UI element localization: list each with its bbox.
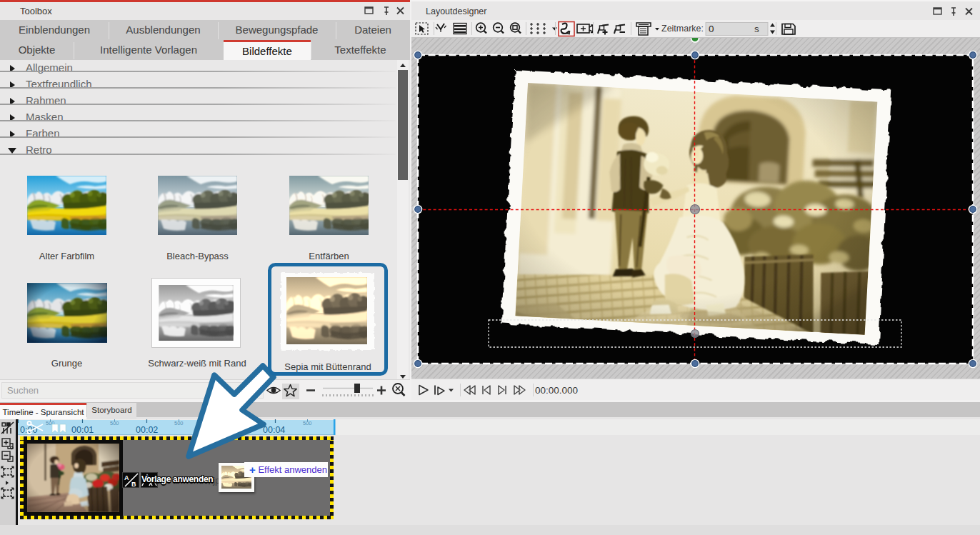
svg-text:A: A [124, 474, 129, 481]
svg-text:B: B [131, 481, 136, 488]
svg-text:s: s [754, 24, 759, 34]
svg-text:00:01: 00:01 [71, 425, 94, 435]
svg-text:00:02: 00:02 [136, 425, 158, 435]
svg-text:00:00.000: 00:00.000 [535, 385, 578, 396]
svg-text:0: 0 [709, 24, 714, 34]
svg-text:Zeitmarke:: Zeitmarke: [661, 24, 704, 34]
svg-text:00:04: 00:04 [263, 425, 285, 435]
